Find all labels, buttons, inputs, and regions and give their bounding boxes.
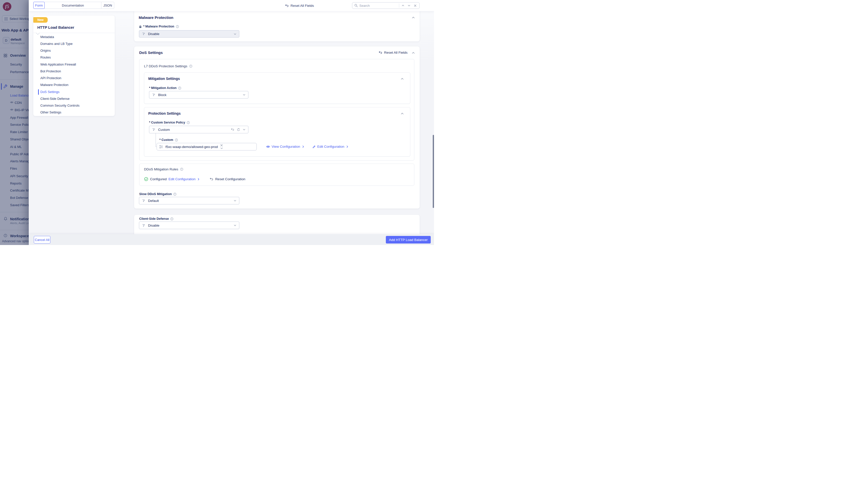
nav-item-domains-lb-type[interactable]: Domains and LB Type bbox=[40, 42, 73, 46]
nav-item-metadata[interactable]: Metadata bbox=[40, 35, 54, 40]
form-main-content: Malware Protection * Malware Protection bbox=[134, 0, 420, 234]
search-input[interactable] bbox=[359, 4, 397, 7]
inheritance-branch-icon bbox=[142, 199, 146, 203]
ddos-rules-reset-configuration-button[interactable]: Reset Configuration bbox=[210, 177, 245, 181]
mitigation-settings-title: Mitigation Settings bbox=[148, 77, 180, 81]
nav-item-other-settings[interactable]: Other Settings bbox=[40, 110, 61, 115]
ddos-rules-status: Configured bbox=[150, 177, 167, 181]
mitigation-action-label: * Mitigation Action bbox=[149, 86, 177, 90]
mitigation-settings-card: Mitigation Settings * Mitigation Action bbox=[144, 72, 410, 104]
csp-label: * Custom Service Policy bbox=[149, 121, 185, 124]
info-icon[interactable] bbox=[178, 87, 181, 90]
ddos-rules-status-row: Configured Edit Configuration bbox=[144, 177, 245, 181]
chevron-down-icon bbox=[234, 199, 237, 202]
undo-icon bbox=[210, 177, 213, 181]
nav-item-origins[interactable]: Origins bbox=[40, 48, 51, 53]
search-prev-button[interactable] bbox=[401, 3, 405, 8]
ddos-rules-edit-configuration-link[interactable]: Edit Configuration bbox=[168, 177, 200, 181]
tab-documentation[interactable]: Documentation bbox=[44, 2, 101, 9]
nav-item-common-security-controls[interactable]: Common Security Controls bbox=[40, 104, 80, 108]
undo-icon[interactable] bbox=[231, 128, 234, 131]
csd-label: Client-Side Defense bbox=[139, 217, 169, 221]
refresh-icon[interactable] bbox=[237, 128, 240, 131]
csp-label-row: * Custom Service Policy bbox=[149, 121, 190, 124]
eye-icon bbox=[266, 145, 270, 148]
nav-item-dos-settings[interactable]: DoS Settings bbox=[40, 90, 60, 95]
collapse-chevron-up-icon[interactable] bbox=[400, 77, 404, 81]
protection-settings-card: Protection Settings * Custom Service Pol… bbox=[144, 107, 410, 157]
form-section-nav: New HTTP Load Balancer Metadata Domains … bbox=[33, 15, 115, 116]
dos-settings-section: DoS Settings Reset All Fields L7 DDoS bbox=[134, 46, 420, 208]
info-icon[interactable] bbox=[175, 138, 178, 142]
inheritance-branch-icon bbox=[142, 32, 146, 36]
collapse-chevron-up-icon[interactable] bbox=[411, 16, 415, 20]
custom-label: * Custom bbox=[159, 138, 173, 142]
clear-icon[interactable] bbox=[220, 144, 223, 147]
info-icon[interactable] bbox=[180, 168, 183, 171]
malware-protection-select[interactable]: Disable bbox=[139, 30, 239, 38]
cancel-all-button[interactable]: Cancel All bbox=[34, 236, 51, 243]
tab-form[interactable]: Form bbox=[33, 2, 44, 9]
search-box bbox=[352, 2, 420, 9]
mitigation-action-select[interactable]: Block bbox=[149, 91, 248, 99]
form-nav-divider bbox=[33, 33, 115, 33]
add-http-load-balancer-button[interactable]: Add HTTP Load Balancer bbox=[386, 236, 431, 243]
lock-icon bbox=[139, 25, 142, 28]
malware-field-label-row: * Malware Protection bbox=[139, 25, 179, 28]
check-circle-icon bbox=[144, 177, 148, 181]
view-tabs: Form Documentation JSON bbox=[33, 2, 114, 9]
malware-protection-value: Disable bbox=[148, 32, 159, 36]
nav-item-waf[interactable]: Web Application Firewall bbox=[40, 63, 76, 67]
tab-json[interactable]: JSON bbox=[101, 2, 114, 9]
mitigation-action-label-row: * Mitigation Action bbox=[149, 86, 181, 90]
csd-value: Disable bbox=[148, 224, 159, 227]
info-icon[interactable] bbox=[173, 193, 177, 196]
custom-policy-select[interactable]: f5xc-waap-demo/allowed-geo-prod bbox=[157, 143, 257, 151]
custom-label-row: * Custom bbox=[159, 138, 178, 142]
scrollbar-thumb[interactable] bbox=[433, 135, 434, 208]
nav-active-indicator bbox=[38, 89, 39, 95]
reset-all-fields-button[interactable]: Reset All Fields bbox=[285, 0, 314, 11]
search-close-button[interactable] bbox=[413, 3, 417, 8]
search-next-button[interactable] bbox=[407, 3, 411, 8]
view-configuration-link[interactable]: View Configuration bbox=[266, 145, 305, 149]
inheritance-branch-icon bbox=[142, 224, 146, 227]
nav-item-client-side-defense[interactable]: Client-Side Defense bbox=[40, 97, 70, 101]
undo-icon bbox=[378, 51, 382, 55]
dos-reset-all-fields-button[interactable]: Reset All Fields bbox=[378, 51, 407, 55]
chevron-right-icon bbox=[197, 178, 200, 181]
nav-item-routes[interactable]: Routes bbox=[40, 56, 51, 60]
custom-policy-value: f5xc-waap-demo/allowed-geo-prod bbox=[165, 145, 218, 149]
collapse-chevron-up-icon[interactable] bbox=[400, 112, 404, 116]
collapse-chevron-up-icon[interactable] bbox=[411, 51, 415, 55]
l7-title-row: L7 DDoS Protection Settings bbox=[144, 64, 192, 68]
nav-item-api-protection[interactable]: API Protection bbox=[40, 76, 61, 81]
csp-select[interactable]: Custom bbox=[149, 126, 248, 133]
info-icon[interactable] bbox=[170, 217, 174, 221]
form-topbar: Form Documentation JSON Reset All Fields bbox=[29, 0, 434, 11]
modal-dim-overlay bbox=[0, 0, 29, 245]
edit-configuration-link[interactable]: Edit Configuration bbox=[312, 145, 349, 149]
csd-label-row: Client-Side Defense bbox=[139, 217, 174, 221]
info-icon[interactable] bbox=[176, 25, 179, 28]
ddos-rules-edit-label: Edit Configuration bbox=[168, 177, 195, 181]
undo-icon bbox=[285, 4, 289, 7]
slow-ddos-select[interactable]: Default bbox=[139, 197, 239, 204]
chevron-down-icon bbox=[243, 128, 246, 131]
ddos-rules-title: DDoS Mitigation Rules bbox=[144, 167, 178, 171]
l7-ddos-protection-card: L7 DDoS Protection Settings Mitigation S… bbox=[139, 59, 414, 161]
new-badge: New bbox=[33, 17, 48, 23]
nav-item-malware-protection[interactable]: Malware Protection bbox=[40, 83, 68, 88]
chevron-down-icon bbox=[243, 93, 246, 96]
view-configuration-label: View Configuration bbox=[272, 145, 300, 149]
reset-all-fields-label: Reset All Fields bbox=[290, 4, 314, 7]
chevron-right-icon bbox=[346, 145, 349, 148]
info-icon[interactable] bbox=[187, 121, 190, 124]
l7-title: L7 DDoS Protection Settings bbox=[144, 64, 187, 68]
inheritance-branch-icon bbox=[152, 128, 156, 132]
info-icon[interactable] bbox=[189, 65, 192, 68]
csd-select[interactable]: Disable bbox=[139, 222, 239, 229]
nav-item-bot-protection[interactable]: Bot Protection bbox=[40, 69, 61, 74]
chevron-down-icon bbox=[220, 147, 223, 150]
collapse-notch-icon[interactable] bbox=[36, 33, 40, 35]
